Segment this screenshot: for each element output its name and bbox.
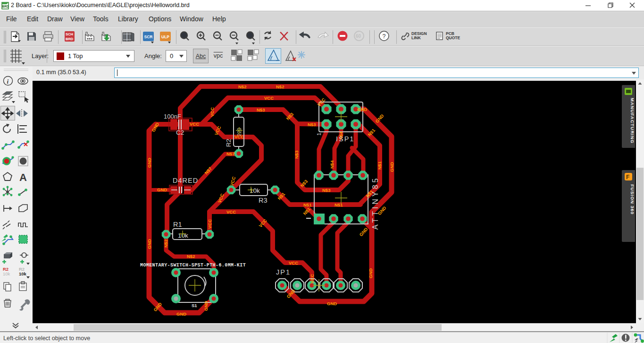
svg-text:D4RED: D4RED [173,177,198,184]
svg-text:LINK: LINK [411,35,421,40]
svg-text:100nF: 100nF [164,113,181,120]
svg-text:GND: GND [157,187,167,192]
svg-text:10k: 10k [178,232,188,239]
svg-text:A: A [19,172,27,183]
svg-text:VCC: VCC [226,209,236,214]
svg-text:N$2: N$2 [187,254,195,259]
svg-text:GND: GND [203,301,209,311]
svg-text:GND: GND [327,301,337,306]
svg-text:C2: C2 [176,129,184,136]
svg-text:10k: 10k [3,271,10,276]
svg-text:QUOTE: QUOTE [446,35,460,40]
svg-text:N$3: N$3 [322,188,330,193]
svg-text:N$2: N$2 [276,84,284,89]
svg-text:i: i [7,78,9,85]
svg-text:N$4: N$4 [329,160,335,169]
svg-text:N$2: N$2 [163,240,168,248]
svg-text:GND: GND [147,158,152,168]
svg-text:MANUFACTURING: MANUFACTURING [630,98,635,144]
svg-text:VCC: VCC [190,121,199,127]
svg-text:VCC: VCC [309,274,315,283]
svg-text:R3: R3 [259,197,268,204]
svg-text:GND: GND [357,107,367,112]
svg-text:ATTINY85: ATTINY85 [371,176,379,230]
svg-text:GND: GND [147,239,152,249]
svg-text:BRD: BRD [66,37,74,41]
svg-text:SCH: SCH [66,32,73,36]
svg-text:JP1: JP1 [276,268,291,276]
svg-text:N$2: N$2 [238,84,246,89]
svg-text:GND: GND [368,268,373,278]
svg-text:GND: GND [176,311,186,317]
svg-text:R2: R2 [225,139,232,147]
svg-text:ULP: ULP [161,34,169,39]
svg-text:GND: GND [389,162,394,172]
svg-text:N$1: N$1 [335,202,343,207]
svg-text:VCC: VCC [289,260,298,266]
svg-text:GND: GND [358,226,368,237]
svg-text:60: 60 [356,34,361,39]
svg-text:10k: 10k [19,271,27,276]
svg-text:R1: R1 [173,221,182,228]
svg-text:VCC: VCC [209,107,215,117]
svg-text:1: 1 [316,133,322,136]
svg-text:?: ? [383,33,386,40]
svg-text:ISP1: ISP1 [336,135,354,143]
svg-text:GND: GND [374,113,385,124]
svg-text:BRD: BRD [2,5,9,8]
svg-text:N$3: N$3 [294,151,299,159]
svg-text:N$1: N$1 [377,161,382,170]
svg-text:MOMENTARY-SWITCH-SPST-PTH-6.0M: MOMENTARY-SWITCH-SPST-PTH-6.0MM-KIT [140,263,246,268]
svg-text:FUSION 360: FUSION 360 [630,184,635,214]
svg-text:SCR: SCR [144,34,153,39]
svg-text:VCC: VCC [207,219,212,229]
svg-text:N$7: N$7 [226,151,234,156]
svg-text:VCC: VCC [264,95,274,101]
svg-text:F: F [626,174,629,180]
svg-text:N$3: N$3 [308,122,316,127]
svg-text:S1: S1 [192,303,197,308]
svg-text:N$3: N$3 [257,107,265,112]
